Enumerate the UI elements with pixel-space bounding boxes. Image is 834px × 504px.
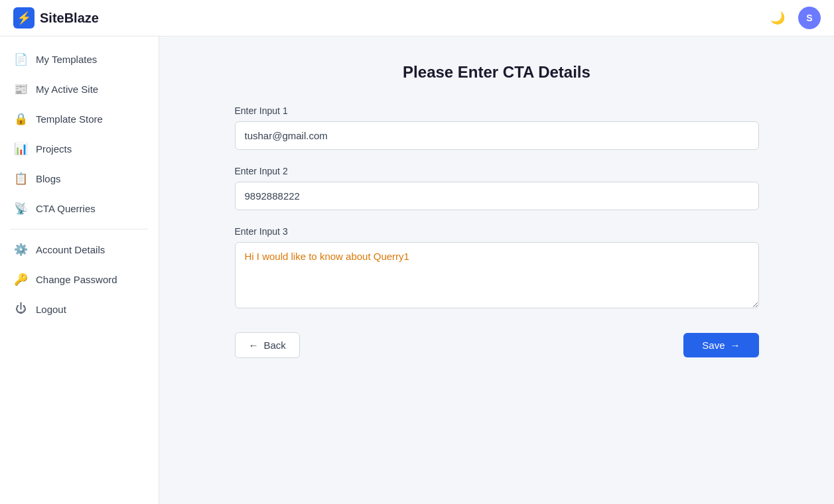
sidebar-item-blogs[interactable]: 📋 Blogs	[0, 164, 159, 194]
save-arrow-icon: →	[730, 340, 740, 351]
sidebar-label-my-templates: My Templates	[36, 54, 97, 65]
header: ⚡ SiteBlaze 🌙 S	[0, 0, 834, 36]
logo-icon: ⚡	[13, 7, 35, 29]
sidebar-label-logout: Logout	[36, 304, 66, 315]
cta-form: Enter Input 1 Enter Input 2 Enter Input …	[235, 105, 759, 358]
sidebar-label-cta-queries: CTA Querries	[36, 203, 96, 214]
avatar[interactable]: S	[798, 7, 821, 29]
active-site-icon: 📰	[13, 82, 28, 96]
logout-icon: ⏻	[13, 302, 28, 316]
sidebar-item-logout[interactable]: ⏻ Logout	[0, 294, 159, 324]
input3-textarea[interactable]: Hi I would like to know about Querry1	[235, 242, 759, 308]
label-input2: Enter Input 2	[235, 166, 759, 176]
back-button[interactable]: ← Back	[235, 332, 300, 358]
sidebar-item-my-active-site[interactable]: 📰 My Active Site	[0, 74, 159, 104]
label-input3: Enter Input 3	[235, 226, 759, 237]
form-group-input2: Enter Input 2	[235, 166, 759, 210]
sidebar: 📄 My Templates 📰 My Active Site 🔒 Templa…	[0, 36, 159, 504]
page-title: Please Enter CTA Details	[199, 63, 794, 82]
sidebar-bottom: ⚙️ Account Details 🔑 Change Password ⏻ L…	[0, 235, 159, 329]
form-group-input3: Enter Input 3 Hi I would like to know ab…	[235, 226, 759, 311]
input2-field[interactable]	[235, 182, 759, 210]
projects-icon: 📊	[13, 142, 28, 156]
templates-icon: 📄	[13, 52, 28, 66]
account-details-icon: ⚙️	[13, 243, 28, 257]
sidebar-label-template-store: Template Store	[36, 113, 103, 125]
form-group-input1: Enter Input 1	[235, 105, 759, 150]
layout: 📄 My Templates 📰 My Active Site 🔒 Templa…	[0, 36, 834, 504]
save-button[interactable]: Save →	[683, 333, 758, 357]
save-label: Save	[702, 340, 725, 351]
blogs-icon: 📋	[13, 172, 28, 186]
sidebar-item-my-templates[interactable]: 📄 My Templates	[0, 44, 159, 74]
main-content: Please Enter CTA Details Enter Input 1 E…	[159, 36, 834, 504]
template-store-icon: 🔒	[13, 112, 28, 126]
sidebar-nav: 📄 My Templates 📰 My Active Site 🔒 Templa…	[0, 44, 159, 496]
sidebar-label-projects: Projects	[36, 143, 72, 155]
sidebar-divider	[11, 229, 148, 229]
sidebar-item-change-password[interactable]: 🔑 Change Password	[0, 265, 159, 294]
sidebar-item-cta-queries[interactable]: 📡 CTA Querries	[0, 194, 159, 223]
sidebar-label-change-password: Change Password	[36, 274, 117, 285]
back-label: Back	[264, 340, 286, 351]
sidebar-item-projects[interactable]: 📊 Projects	[0, 134, 159, 164]
back-arrow-icon: ←	[249, 340, 259, 351]
label-input1: Enter Input 1	[235, 105, 759, 116]
sidebar-label-my-active-site: My Active Site	[36, 84, 98, 95]
sidebar-item-template-store[interactable]: 🔒 Template Store	[0, 104, 159, 134]
dark-mode-button[interactable]: 🌙	[768, 8, 788, 28]
sidebar-label-blogs: Blogs	[36, 173, 61, 184]
app-name: SiteBlaze	[40, 11, 99, 26]
sidebar-label-account-details: Account Details	[36, 244, 105, 255]
cta-queries-icon: 📡	[13, 202, 28, 216]
logo: ⚡ SiteBlaze	[13, 7, 99, 29]
input1-field[interactable]	[235, 121, 759, 150]
form-actions: ← Back Save →	[235, 332, 759, 358]
sidebar-item-account-details[interactable]: ⚙️ Account Details	[0, 235, 159, 265]
header-right: 🌙 S	[768, 7, 821, 29]
change-password-icon: 🔑	[13, 273, 28, 286]
